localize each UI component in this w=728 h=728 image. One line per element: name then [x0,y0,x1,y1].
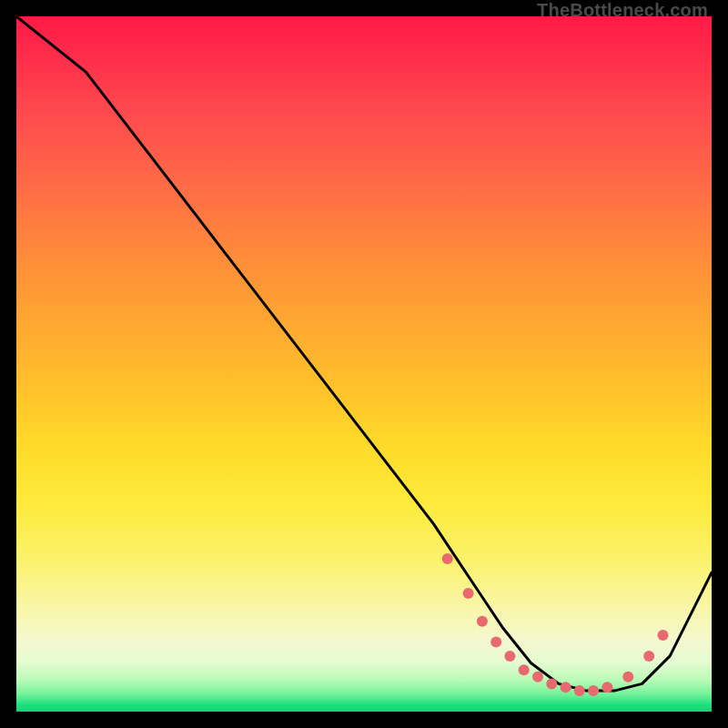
plot-area [16,16,712,712]
marker-dot [504,651,515,662]
marker-dots [442,553,669,696]
marker-dot [442,553,453,564]
marker-dot [463,588,474,599]
marker-dot [658,630,669,641]
marker-dot [588,685,599,696]
watermark-text: TheBottleneck.com [537,0,708,21]
marker-dot [532,672,543,682]
marker-dot [643,651,654,662]
marker-dot [477,616,488,627]
marker-dot [574,685,585,696]
chart-frame: TheBottleneck.com [0,0,728,728]
line-curve [16,16,712,691]
marker-dot [561,682,571,693]
line-path [16,16,712,691]
marker-dot [602,682,612,693]
curve-svg [16,16,712,712]
marker-dot [622,672,633,682]
marker-dot [490,637,501,648]
marker-dot [519,664,530,675]
marker-dot [546,678,557,689]
